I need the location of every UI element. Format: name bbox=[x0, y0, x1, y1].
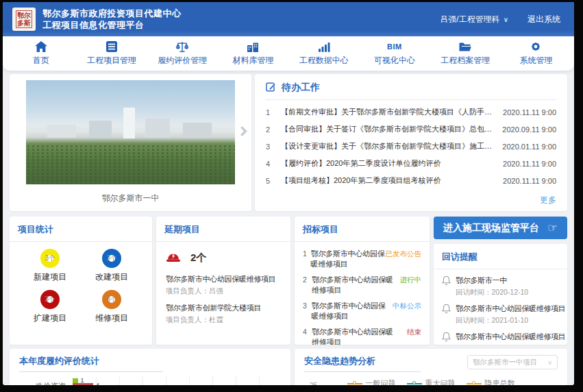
nav-item-evaluation[interactable]: 履约评价管理 bbox=[148, 40, 216, 66]
carousel-card: 鄂尔多斯市一中 bbox=[10, 74, 251, 211]
bidding-item-name: 鄂尔多斯市中心幼园保暖维修项目 bbox=[312, 275, 395, 295]
revisit-item[interactable]: 鄂尔多斯市一中 回访时间：2020-12-10 bbox=[434, 269, 567, 297]
nav-item-materials[interactable]: 材料库管理 bbox=[219, 40, 287, 66]
bidding-item-name: 鄂尔多斯市中心幼园保暖维修项目 bbox=[312, 301, 393, 321]
project-filter-select[interactable]: 鄂尔多斯市一中项目 ∨ bbox=[467, 355, 558, 369]
nav-label: 首页 bbox=[33, 55, 49, 66]
todo-item-number: 4 bbox=[266, 160, 281, 168]
delayed-count: 2个 bbox=[190, 252, 206, 265]
user-menu[interactable]: 吕强/工程管理科 ∨ bbox=[440, 14, 508, 25]
legend-item[interactable]: 重大问题 bbox=[407, 378, 456, 385]
todo-item-number: 3 bbox=[266, 143, 281, 151]
todo-item-text: 【前期文件审批】关于鄂尔多斯市创新学院大楼项目《人防手续》的申请 bbox=[281, 107, 503, 117]
stat-new-projects: 3个 新建项目 bbox=[34, 249, 66, 283]
stat-rebuild-projects: 3个 改建项目 bbox=[95, 249, 128, 283]
bidding-item-number: 2 bbox=[303, 275, 312, 295]
bell-icon bbox=[442, 332, 451, 345]
scale-icon bbox=[175, 40, 189, 53]
legend-marker bbox=[467, 383, 482, 384]
home-icon bbox=[35, 40, 47, 53]
logout-button[interactable]: 退出系统 bbox=[528, 14, 560, 25]
todo-item-time: 2020.11.11 9:00 bbox=[503, 160, 556, 168]
bar-chart-icon bbox=[318, 40, 330, 53]
delayed-item[interactable]: 鄂尔多斯市中心幼园保暖维修项目 项目负责人：吕强 bbox=[156, 267, 290, 296]
todo-list: 1 【前期文件审批】关于鄂尔多斯市创新学院大楼项目《人防手续》的申请 2020.… bbox=[266, 103, 556, 189]
nav-item-archives[interactable]: 工程档案管理 bbox=[431, 40, 499, 66]
y-axis-top-tick: 25 bbox=[310, 382, 317, 385]
nav-label: 工程数据中心 bbox=[299, 55, 349, 66]
bidding-item[interactable]: 4 鄂尔多斯市中心幼园保暖维修项目 结束 bbox=[303, 327, 421, 345]
nav-label: 材料库管理 bbox=[232, 55, 273, 66]
legend-item[interactable]: 隐患总数 bbox=[467, 378, 515, 385]
building-shape bbox=[183, 123, 212, 137]
bidding-item-name: 鄂尔多斯市中心幼园保暖维修项目 bbox=[311, 249, 386, 269]
delayed-count-row: 2个 bbox=[156, 242, 290, 267]
todo-item-time: 2020.01.11 9:00 bbox=[502, 143, 556, 151]
revisit-project-name: 鄂尔多斯市中心幼园保暖维修项目 bbox=[456, 304, 566, 314]
app-header: 鄂尔多斯 鄂尔多斯市政府投资项目代建中心 工程项目信息化管理平台 吕强/工程管理… bbox=[3, 2, 574, 36]
nav-label: 履约评价管理 bbox=[158, 55, 207, 66]
safety-header: 安全隐患趋势分析 鄂尔多斯市一中项目 ∨ bbox=[304, 355, 558, 372]
legend-label: 隐患总数 bbox=[485, 378, 515, 385]
bell-icon bbox=[442, 275, 451, 297]
todo-item[interactable]: 3 【设计变更审批】关于《鄂尔多斯市创新学院大楼项目》施工图变更的申请 2020… bbox=[266, 138, 556, 155]
performance-bar-group: 145 bbox=[73, 377, 281, 385]
performance-bar: 4 bbox=[73, 383, 93, 385]
main-content: 鄂尔多斯市一中 待办工作 1 【前期文件审批】关于鄂尔多斯市创新学院大楼项目《人… bbox=[3, 71, 574, 385]
nav-item-data-center[interactable]: 工程数据中心 bbox=[290, 40, 358, 66]
right-column: 进入施工现场监管平台 ☞ 回访提醒 鄂尔多斯市一中 回访时间：2020-12-1… bbox=[434, 217, 567, 345]
materials-building-icon bbox=[247, 40, 259, 53]
page: 鄂尔多斯 鄂尔多斯市政府投资项目代建中心 工程项目信息化管理平台 吕强/工程管理… bbox=[3, 2, 574, 385]
project-filter-value: 鄂尔多斯市一中项目 bbox=[473, 358, 538, 367]
delayed-projects-card: 延期项目 2个 鄂尔多斯市中心幼园保暖维修项目 项目负责人：吕强 鄂尔多斯市创新… bbox=[156, 217, 290, 345]
building-shape bbox=[47, 125, 77, 137]
donut-grid: 3个 新建项目 3个 改建项目 3个 扩建项目 3个 维修项目 bbox=[10, 242, 152, 331]
todo-item-number: 5 bbox=[266, 177, 281, 185]
todo-item[interactable]: 5 【项目组考核】2020年第二季度项目组考核评价 2020.11.11 9:0… bbox=[266, 172, 556, 189]
carousel-caption: 鄂尔多斯市一中 bbox=[26, 193, 235, 204]
performance-bar-chart: 造价咨询 145 bbox=[19, 377, 281, 385]
todo-item[interactable]: 1 【前期文件审批】关于鄂尔多斯市创新学院大楼项目《人防手续》的申请 2020.… bbox=[266, 103, 556, 121]
nav-item-home[interactable]: 首页 bbox=[7, 40, 75, 66]
donut-ring: 3个 bbox=[40, 290, 60, 309]
stat-repair-projects: 3个 维修项目 bbox=[95, 290, 128, 324]
stat-expand-projects: 3个 扩建项目 bbox=[34, 290, 66, 324]
status-badge: 进行中 bbox=[400, 275, 422, 295]
todo-item-number: 2 bbox=[266, 125, 281, 134]
site-monitor-button[interactable]: 进入施工现场监管平台 ☞ bbox=[434, 217, 567, 239]
revisit-item[interactable]: 鄂尔多斯市中心幼园保暖维修项目 回访时间：2021-01-10 bbox=[434, 297, 567, 326]
todo-title: 待办工作 bbox=[282, 82, 320, 94]
todo-header: 待办工作 bbox=[266, 82, 556, 100]
nav-label: 工程项目管理 bbox=[87, 55, 136, 66]
nav-item-system[interactable]: 系统管理 bbox=[501, 40, 570, 66]
logo-seal-text: 鄂尔多斯 bbox=[16, 10, 32, 28]
status-badge: 已发布公告 bbox=[386, 249, 422, 269]
delayed-project-owner: 项目负责人：杜霞 bbox=[166, 315, 281, 325]
todo-item[interactable]: 2 【合同审批】关于签订《鄂尔多斯市创新学院大楼项目》总包合同的申请 2020.… bbox=[266, 121, 556, 138]
performance-chart-title: 本年度履约评价统计 bbox=[19, 355, 163, 372]
bidding-item[interactable]: 2 鄂尔多斯市中心幼园保暖维修项目 进行中 bbox=[303, 275, 421, 295]
todo-item[interactable]: 4 【履约评价】2020年第二季度设计单位履约评价 2020.11.11 9:0… bbox=[266, 155, 556, 172]
bidding-item[interactable]: 1 鄂尔多斯市中心幼园保暖维修项目 已发布公告 bbox=[303, 249, 421, 269]
legend-item[interactable]: 一般问题 bbox=[347, 378, 396, 385]
donut-ring: 3个 bbox=[40, 249, 60, 268]
nav-item-projects[interactable]: 工程项目管理 bbox=[77, 40, 146, 66]
nav-item-bim-center[interactable]: BIM 可视化中心 bbox=[360, 40, 429, 66]
bar-category-label: 造价咨询 bbox=[19, 377, 73, 385]
performance-bar: 1 bbox=[73, 378, 78, 383]
delayed-title: 延期项目 bbox=[156, 217, 290, 242]
revisit-item[interactable]: 鄂尔多斯市中心幼园保暖维修项目 回访时间：2021-01-10 bbox=[434, 326, 567, 345]
bidding-item[interactable]: 3 鄂尔多斯市中心幼园保暖维修项目 中标公示 bbox=[303, 301, 421, 321]
site-monitor-button-label: 进入施工现场监管平台 bbox=[443, 222, 539, 234]
todo-item-text: 【履约评价】2020年第二季度设计单位履约评价 bbox=[281, 158, 503, 169]
revisit-project-name: 鄂尔多斯市中心幼园保暖维修项目 bbox=[456, 332, 566, 342]
delayed-project-owner: 项目负责人：吕强 bbox=[166, 286, 281, 296]
todo-more-link[interactable]: 更多 bbox=[540, 195, 556, 206]
delayed-item[interactable]: 鄂尔多斯市创新学院大楼项目 项目负责人：杜霞 bbox=[156, 296, 290, 325]
revisit-project-name: 鄂尔多斯市一中 bbox=[456, 275, 528, 286]
project-stats-title: 项目统计 bbox=[10, 217, 152, 242]
revisit-time: 回访时间：2021-01-10 bbox=[456, 344, 566, 345]
todo-item-number: 1 bbox=[266, 108, 281, 117]
carousel-next-arrow-icon[interactable] bbox=[237, 126, 248, 137]
delayed-project-name: 鄂尔多斯市创新学院大楼项目 bbox=[166, 303, 281, 313]
